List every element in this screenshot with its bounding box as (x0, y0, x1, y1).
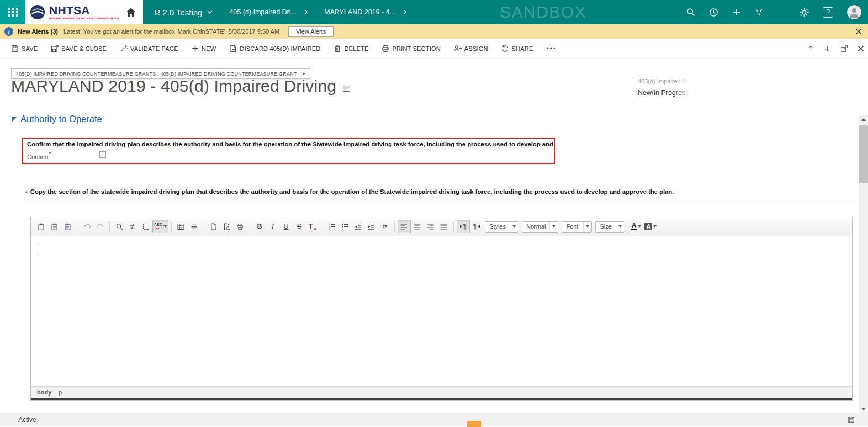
format-dropdown[interactable]: Normal (522, 221, 558, 233)
view-alerts-button[interactable]: View Alerts (288, 26, 334, 37)
user-avatar[interactable] (847, 5, 861, 19)
paste-from-word-button[interactable] (61, 220, 74, 233)
discard-button[interactable]: DISCARD 405(D) IMPAIRED (229, 45, 320, 52)
recent-items-icon[interactable] (709, 8, 718, 17)
insert-table-button[interactable] (174, 220, 188, 233)
preview-button[interactable] (220, 220, 234, 233)
app-switcher[interactable]: R 2.0 Testing (154, 8, 213, 17)
nhtsa-logo[interactable]: NHTSA NATIONAL HIGHWAY TRAFFIC SAFETY AD… (25, 0, 143, 24)
ltr-arrow-icon (460, 225, 462, 228)
font-dropdown-label: Font (562, 223, 583, 230)
chevron-right-icon (304, 9, 308, 15)
quick-create-plus-icon[interactable] (732, 8, 741, 17)
delete-button[interactable]: DELETE (334, 45, 368, 52)
status-field-label: 405(d) Impaired Statu (638, 78, 690, 85)
styles-dropdown-label: Styles (485, 223, 510, 230)
scrollbar-thumb[interactable] (859, 125, 868, 183)
close-form-icon[interactable] (858, 45, 864, 52)
scroll-up-icon[interactable] (807, 45, 814, 52)
help-icon[interactable]: ? (823, 7, 833, 18)
path-p[interactable]: p (59, 389, 62, 396)
assign-button[interactable]: ASSIGN (454, 45, 488, 52)
align-justify-button[interactable] (437, 220, 451, 233)
share-button[interactable]: SHARE (501, 45, 533, 52)
app-window: NHTSA NATIONAL HIGHWAY TRAFFIC SAFETY AD… (0, 0, 868, 427)
brand-text: NHTSA NATIONAL HIGHWAY TRAFFIC SAFETY AD… (49, 4, 119, 20)
editor-toolbar: ABC B I U S Tx ” (31, 217, 852, 236)
styles-dropdown[interactable]: Styles (485, 221, 518, 233)
alert-close-icon[interactable] (856, 29, 861, 34)
size-dropdown[interactable]: Size (595, 221, 624, 233)
copy-section-header[interactable]: + Copy the section of the statewide impa… (25, 188, 853, 199)
vertical-scrollbar[interactable] (859, 115, 868, 413)
rtl-arrow-icon (478, 225, 480, 228)
app-launcher-button[interactable] (0, 0, 25, 24)
paste-button[interactable] (34, 220, 47, 233)
header-status-field: 405(d) Impaired Statu New/In Progress (632, 78, 690, 104)
increase-indent-button[interactable] (365, 220, 378, 233)
scroll-down-icon[interactable] (824, 45, 831, 52)
align-left-button[interactable] (398, 220, 411, 233)
save-label: SAVE (22, 45, 38, 52)
breadcrumb-entity[interactable]: 405 (d) Impaired Dri... (229, 8, 308, 16)
align-center-button[interactable] (411, 220, 424, 233)
print-section-button[interactable]: PRINT SECTION (382, 45, 440, 52)
home-icon[interactable] (125, 7, 136, 18)
validate-page-button[interactable]: VALIDATE PAGE (120, 45, 178, 52)
path-body[interactable]: body (37, 389, 51, 396)
decrease-indent-button[interactable] (352, 220, 365, 233)
print-button[interactable] (234, 220, 247, 233)
replace-button[interactable] (126, 220, 139, 233)
search-icon[interactable] (686, 8, 695, 17)
confirm-checkbox[interactable] (99, 151, 106, 158)
title-options-icon[interactable] (342, 86, 350, 92)
toolbar-separator (322, 222, 322, 232)
more-commands-button[interactable]: ••• (547, 45, 557, 52)
footer-save-icon[interactable] (848, 416, 855, 423)
text-direction-ltr-button[interactable]: ¶ (457, 220, 470, 233)
toolbar-separator (109, 222, 110, 232)
breadcrumb-record[interactable]: MARYLAND 2019 - 4... (324, 8, 406, 16)
redo-button[interactable] (93, 220, 107, 233)
underline-button[interactable]: U (279, 220, 293, 233)
select-all-button[interactable] (139, 220, 152, 233)
toolbar-separator (204, 222, 204, 232)
align-right-button[interactable] (424, 220, 437, 233)
filter-funnel-icon[interactable] (755, 8, 763, 16)
bold-button[interactable]: B (253, 220, 266, 233)
italic-button[interactable]: I (266, 220, 279, 233)
popout-icon[interactable] (840, 45, 848, 52)
editor-bottom-strip (31, 398, 852, 400)
paste-plaintext-button[interactable] (47, 220, 61, 233)
pilcrow-glyph: ¶ (463, 223, 467, 230)
section-authority-to-operate[interactable]: Authority to Operate (12, 114, 102, 124)
font-dropdown[interactable]: Font (562, 221, 592, 233)
editor-content-area[interactable] (31, 236, 852, 386)
bulleted-list-button[interactable] (338, 220, 352, 233)
settings-gear-icon[interactable] (800, 8, 809, 17)
horizontal-rule-button[interactable] (188, 220, 201, 233)
chevron-right-icon (403, 9, 406, 15)
text-color-button[interactable]: A (629, 220, 643, 233)
save-button[interactable]: SAVE (11, 45, 38, 52)
strikethrough-button[interactable]: S (293, 220, 306, 233)
chevron-down-icon (207, 10, 213, 14)
sandbox-watermark: SANDBOX (500, 3, 586, 22)
new-button[interactable]: NEW (192, 45, 216, 52)
new-page-button[interactable] (207, 220, 220, 233)
caret-down-icon (583, 222, 591, 232)
text-direction-rtl-button[interactable]: ¶ (470, 220, 483, 233)
scrollbar-down-arrow[interactable] (859, 404, 868, 413)
background-color-icon: A (644, 223, 652, 230)
confirm-question: Confirm that the impaired driving plan d… (27, 141, 551, 147)
background-color-button[interactable]: A (643, 220, 658, 233)
scrollbar-up-arrow[interactable] (859, 115, 868, 124)
info-icon: i (4, 27, 13, 36)
undo-button[interactable] (80, 220, 93, 233)
save-and-close-button[interactable]: SAVE & CLOSE (51, 45, 107, 52)
numbered-list-button[interactable] (325, 220, 338, 233)
find-button[interactable] (113, 220, 126, 233)
blockquote-button[interactable]: ” (378, 222, 391, 235)
spellcheck-button[interactable]: ABC (152, 220, 168, 233)
remove-format-button[interactable]: Tx (306, 220, 319, 233)
